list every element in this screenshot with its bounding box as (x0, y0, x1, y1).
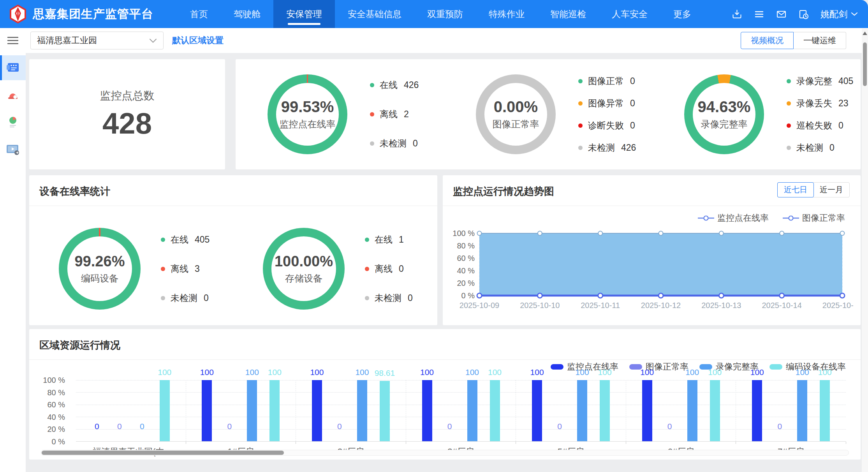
mail-icon[interactable] (776, 9, 787, 19)
range-tab[interactable]: 近一月 (813, 183, 849, 197)
bar: 100 (820, 380, 830, 441)
legend-value: 0 (838, 120, 843, 131)
donut-label: 编码设备 (81, 272, 118, 285)
list-icon[interactable] (754, 9, 764, 19)
trend-card: 监控点运行情况趋势图 近七日近一月 监控点在线率 图像正常率 100 %80 %… (443, 175, 861, 325)
bar: 100 (422, 380, 432, 441)
donut-legend-item: 在线 426 (370, 79, 419, 91)
top-header: 思嘉集团生产监管平台 首页驾驶舱安保管理安全基础信息双重预防特殊作业智能巡检人车… (0, 0, 868, 28)
bar: 100 (600, 380, 610, 441)
nav-item[interactable]: 首页 (177, 0, 221, 28)
legend-value: 405 (838, 76, 853, 86)
nav-item[interactable]: 安全基础信息 (335, 0, 414, 28)
donut-legend-item: 未检测 426 (578, 142, 636, 154)
trend-area-svg: 100 %80 %60 %40 %20 %0 %2025-10-092025-1… (448, 225, 853, 316)
horizontal-scrollbar[interactable] (41, 450, 849, 456)
bar-plot: 0 0 0 100 福清思嘉工业园(本.. 100 0 100 (76, 380, 846, 442)
trend-chart: 100 %80 %60 %40 %20 %0 %2025-10-092025-1… (448, 225, 861, 317)
default-region-settings-link[interactable]: 默认区域设置 (172, 35, 224, 46)
bar-value-label: 0 (447, 422, 452, 431)
svg-text:2025-10-13: 2025-10-13 (701, 301, 741, 310)
vertical-scrollbar[interactable] (862, 28, 868, 472)
svg-text:20 %: 20 % (457, 279, 475, 287)
bar-group: 100 0 100 98.61 2#厂房 (296, 380, 406, 441)
nav-item[interactable]: 更多 (660, 0, 704, 28)
region-section-title: 区域资源运行情况 (29, 329, 861, 352)
scroll-up-arrow-icon[interactable] (863, 32, 867, 35)
horizontal-scrollbar-thumb[interactable] (42, 451, 284, 455)
bar: 100 (532, 380, 542, 441)
legend-label: 离线 (380, 108, 398, 120)
donut-legend-item: 未检测 0 (161, 292, 210, 304)
donut-center: 0.00% 图像正常率 (484, 83, 547, 146)
bar-fill (160, 380, 170, 441)
donut-legend-item: 巡检失败 0 (787, 120, 853, 132)
bar: 0 (555, 380, 565, 441)
nav-item[interactable]: 智能巡检 (537, 0, 599, 28)
bar-value-label: 0 (777, 422, 782, 431)
bars: 100 0 100 100 (752, 380, 830, 441)
toolbar-buttons: 视频概况 一键运维 (741, 32, 846, 49)
nav-item[interactable]: 人车安全 (599, 0, 660, 28)
bar-fill (357, 380, 367, 441)
sidebar-item-video-patrol[interactable] (0, 137, 26, 162)
bar-fill (422, 380, 432, 441)
nav-item[interactable]: 双重预防 (414, 0, 476, 28)
one-key-ops-button[interactable]: 一键运维 (794, 32, 846, 49)
donut-legend-item: 在线 1 (365, 234, 413, 246)
legend-value: 0 (630, 76, 635, 86)
donut-percent: 0.00% (494, 98, 538, 116)
legend-label: 在线 (375, 234, 393, 246)
record-icon[interactable] (798, 9, 809, 19)
svg-text:2025-10-14: 2025-10-14 (762, 301, 802, 310)
bar-value-label: 100 (598, 368, 612, 377)
donut-legend-item: 未检测 0 (370, 137, 419, 150)
sidebar-item-monitor-wall[interactable] (0, 55, 26, 80)
line-marker-icon (783, 215, 799, 221)
legend-label: 离线 (375, 263, 393, 275)
bar-fill (687, 380, 697, 441)
nav-item[interactable]: 驾驶舱 (221, 0, 273, 28)
header-actions: 姚配剑 (732, 0, 858, 28)
bar-group: 100 0 100 100 6#厂房 (626, 380, 736, 441)
bar-fill (797, 380, 807, 441)
bar-fill (577, 380, 587, 441)
sidebar-collapse-button[interactable] (0, 36, 26, 45)
donut-percent: 94.63% (698, 98, 751, 116)
bar-fill (380, 381, 390, 441)
sidebar-item-report[interactable] (0, 110, 26, 135)
donut-group: 0.00% 图像正常率 图像正常 0 图像异常 0 诊断失败 0 未检测 426 (444, 59, 652, 169)
chevron-down-icon (851, 12, 858, 16)
legend-value: 1 (399, 234, 404, 245)
nav-item[interactable]: 特殊作业 (476, 0, 537, 28)
bar-group: 100 0 100 100 3#厂房 (406, 380, 516, 441)
download-icon[interactable] (732, 9, 742, 19)
bar-value-label: 0 (140, 422, 144, 431)
user-menu[interactable]: 姚配剑 (820, 8, 858, 20)
video-patrol-icon (5, 143, 20, 156)
vertical-scrollbar-thumb[interactable] (863, 42, 867, 86)
legend-value: 2 (404, 109, 409, 120)
range-tab[interactable]: 近七日 (777, 182, 814, 197)
summary-donuts-card: 99.53% 监控点在线率 在线 426 离线 2 未检测 0 0.00% 图像… (236, 59, 861, 169)
legend-dot (787, 123, 791, 128)
nav-item[interactable]: 安保管理 (273, 0, 335, 28)
donut-legend-item: 离线 3 (161, 263, 210, 275)
donut-legend-item: 离线 0 (365, 263, 413, 275)
video-overview-button[interactable]: 视频概况 (741, 32, 794, 49)
legend-label: 录像丢失 (796, 97, 832, 109)
region-select[interactable]: 福清思嘉工业园 (30, 32, 164, 49)
legend-label: 未检测 (796, 142, 823, 154)
donut-group: 100.00% 存储设备 在线 1 离线 0 未检测 0 (233, 228, 437, 310)
svg-text:80 %: 80 % (457, 241, 475, 250)
sidebar-item-alarm[interactable] (0, 83, 26, 107)
legend-label: 离线 (171, 263, 188, 275)
trend-legend-item[interactable]: 监控点在线率 (698, 212, 769, 224)
bars: 100 0 100 100 (202, 380, 280, 441)
legend-label: 在线 (171, 234, 188, 246)
brand-logo-icon (9, 5, 27, 23)
trend-legend-item[interactable]: 图像正常率 (783, 212, 845, 224)
bar-value-label: 100 (465, 368, 479, 377)
legend-label: 在线 (380, 79, 398, 91)
legend-dot (161, 296, 165, 300)
